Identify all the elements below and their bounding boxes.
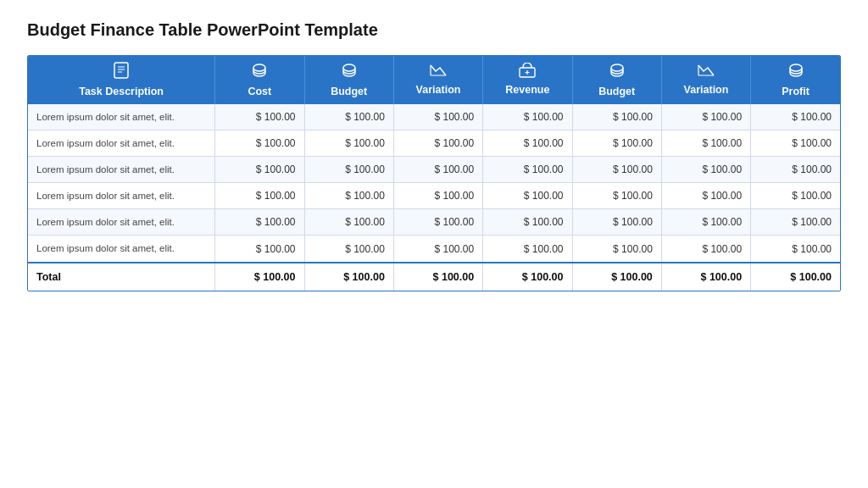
table-footer-row: Total $ 100.00 $ 100.00 $ 100.00 $ 100.0… [28, 263, 840, 291]
row-0-var2: $ 100.00 [661, 104, 750, 130]
row-3-revenue: $ 100.00 [483, 183, 572, 209]
row-4-var1: $ 100.00 [393, 209, 482, 236]
row-5-budget2: $ 100.00 [572, 236, 661, 263]
table-body: Lorem ipsum dolor sit amet, elit.$ 100.0… [28, 104, 840, 263]
row-0-var1: $ 100.00 [393, 104, 482, 130]
row-4-revenue: $ 100.00 [483, 209, 572, 236]
col-header-task: Task Description [28, 56, 215, 104]
row-0-task: Lorem ipsum dolor sit amet, elit. [28, 104, 215, 130]
row-5-profit: $ 100.00 [751, 236, 840, 263]
col-header-budget1: Budget [304, 56, 393, 104]
row-3-var2: $ 100.00 [661, 183, 750, 209]
row-1-cost: $ 100.00 [215, 130, 304, 157]
footer-revenue: $ 100.00 [483, 263, 572, 291]
budget1-icon [340, 61, 359, 82]
svg-point-5 [343, 64, 355, 71]
col-header-revenue: Revenue [483, 56, 572, 104]
table-header-row: Task Description Cost [28, 56, 840, 104]
row-2-task: Lorem ipsum dolor sit amet, elit. [28, 157, 215, 183]
col-header-var1: Variation [393, 56, 482, 104]
row-1-budget1: $ 100.00 [304, 130, 393, 157]
row-2-var2: $ 100.00 [661, 157, 750, 183]
row-4-task: Lorem ipsum dolor sit amet, elit. [28, 209, 215, 236]
table-row: Lorem ipsum dolor sit amet, elit.$ 100.0… [28, 183, 840, 209]
table-row: Lorem ipsum dolor sit amet, elit.$ 100.0… [28, 236, 840, 263]
table-row: Lorem ipsum dolor sit amet, elit.$ 100.0… [28, 130, 840, 157]
row-3-profit: $ 100.00 [751, 183, 840, 209]
col-label-revenue: Revenue [505, 84, 549, 96]
row-3-cost: $ 100.00 [215, 183, 304, 209]
row-5-var1: $ 100.00 [393, 236, 482, 263]
row-2-budget2: $ 100.00 [572, 157, 661, 183]
footer-profit: $ 100.00 [751, 263, 840, 291]
svg-rect-0 [114, 63, 128, 78]
col-label-cost: Cost [248, 86, 271, 97]
table-row: Lorem ipsum dolor sit amet, elit.$ 100.0… [28, 104, 840, 130]
variation2-icon [697, 63, 715, 80]
cost-icon [250, 61, 269, 82]
row-4-cost: $ 100.00 [215, 209, 304, 236]
budget-table: Task Description Cost [28, 56, 840, 291]
table-row: Lorem ipsum dolor sit amet, elit.$ 100.0… [28, 209, 840, 236]
row-1-var2: $ 100.00 [661, 130, 750, 157]
row-2-profit: $ 100.00 [751, 157, 840, 183]
col-label-var2: Variation [684, 84, 729, 96]
page-title: Budget Finance Table PowerPoint Template [27, 20, 841, 40]
budget2-icon [608, 61, 626, 82]
footer-budget1: $ 100.00 [304, 263, 393, 291]
footer-budget2: $ 100.00 [572, 263, 661, 291]
footer-var1: $ 100.00 [393, 263, 482, 291]
footer-var2: $ 100.00 [661, 263, 750, 291]
col-header-var2: Variation [661, 56, 750, 104]
row-3-budget2: $ 100.00 [572, 183, 661, 209]
svg-point-14 [790, 64, 802, 71]
row-0-profit: $ 100.00 [751, 104, 840, 130]
row-0-budget2: $ 100.00 [572, 104, 661, 130]
task-icon [112, 61, 131, 82]
col-label-budget1: Budget [331, 86, 367, 97]
row-3-var1: $ 100.00 [393, 183, 482, 209]
row-2-revenue: $ 100.00 [483, 157, 572, 183]
row-5-task: Lorem ipsum dolor sit amet, elit. [28, 236, 215, 263]
col-label-task: Task Description [79, 86, 164, 97]
col-label-profit: Profit [782, 86, 810, 97]
row-5-revenue: $ 100.00 [483, 236, 572, 263]
row-4-var2: $ 100.00 [661, 209, 750, 236]
row-0-revenue: $ 100.00 [483, 104, 572, 130]
col-label-var1: Variation [416, 84, 461, 96]
row-0-budget1: $ 100.00 [304, 104, 393, 130]
row-3-task: Lorem ipsum dolor sit amet, elit. [28, 183, 215, 209]
row-4-profit: $ 100.00 [751, 209, 840, 236]
footer-label: Total [28, 263, 215, 291]
variation1-icon [429, 63, 448, 80]
revenue-icon [518, 63, 537, 80]
table-row: Lorem ipsum dolor sit amet, elit.$ 100.0… [28, 157, 840, 183]
row-1-task: Lorem ipsum dolor sit amet, elit. [28, 130, 215, 157]
row-0-cost: $ 100.00 [215, 104, 304, 130]
budget-table-wrapper: Task Description Cost [27, 55, 841, 291]
row-4-budget2: $ 100.00 [572, 209, 661, 236]
row-3-budget1: $ 100.00 [304, 183, 393, 209]
row-1-profit: $ 100.00 [751, 130, 840, 157]
row-2-cost: $ 100.00 [215, 157, 304, 183]
row-5-cost: $ 100.00 [215, 236, 304, 263]
row-1-budget2: $ 100.00 [572, 130, 661, 157]
row-5-budget1: $ 100.00 [304, 236, 393, 263]
footer-cost: $ 100.00 [215, 263, 304, 291]
col-label-budget2: Budget [598, 86, 635, 97]
row-1-var1: $ 100.00 [393, 130, 482, 157]
row-5-var2: $ 100.00 [661, 236, 750, 263]
col-header-budget2: Budget [572, 56, 661, 104]
col-header-cost: Cost [215, 56, 304, 104]
row-1-revenue: $ 100.00 [483, 130, 572, 157]
row-4-budget1: $ 100.00 [304, 209, 393, 236]
row-2-budget1: $ 100.00 [304, 157, 393, 183]
svg-point-4 [253, 64, 265, 71]
row-2-var1: $ 100.00 [393, 157, 482, 183]
svg-point-11 [611, 64, 623, 71]
profit-icon [787, 61, 805, 82]
col-header-profit: Profit [751, 56, 840, 104]
